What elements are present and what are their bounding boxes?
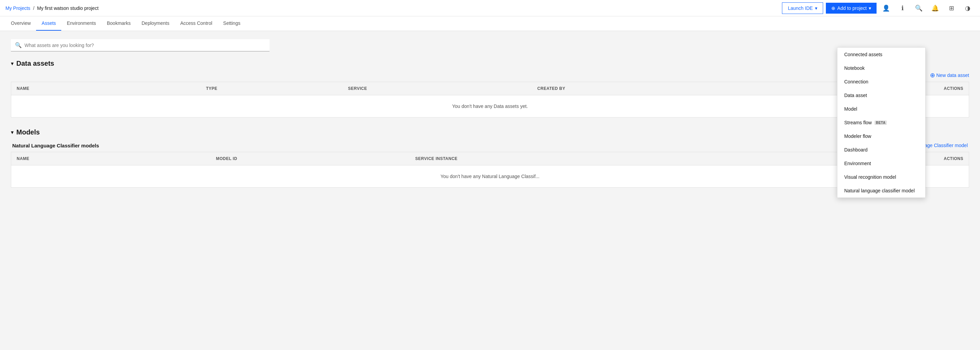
add-plus-icon: ⊕ (831, 5, 835, 11)
nlc-col-service-instance: SERVICE INSTANCE (415, 156, 714, 161)
col-service: SERVICE (348, 86, 537, 91)
tab-bookmarks[interactable]: Bookmarks (102, 16, 136, 30)
new-data-asset-link[interactable]: ⊕ New data asset (930, 72, 969, 79)
nlc-model-label: Natural language classifier model (844, 188, 915, 193)
breadcrumb-link[interactable]: My Projects (5, 5, 30, 11)
streams-flow-beta-badge: BETA (875, 120, 887, 125)
col-created-by: CREATED BY (537, 86, 727, 91)
nlc-empty-row: You don't have any Natural Language Clas… (11, 165, 969, 187)
add-to-project-button[interactable]: ⊕ Add to project ▾ (826, 3, 877, 14)
col-name: NAME (17, 86, 206, 91)
modeler-flow-label: Modeler flow (844, 133, 871, 139)
nlc-col-name: NAME (17, 156, 216, 161)
visual-recognition-label: Visual recognition model (844, 174, 896, 180)
dropdown-item-data-asset[interactable]: Data asset (837, 88, 925, 102)
tab-overview[interactable]: Overview (5, 16, 36, 30)
search-icon: 🔍 (15, 42, 22, 48)
search-help-icon[interactable]: 🔍 (912, 2, 926, 15)
user-avatar-icon[interactable]: 👤 (879, 2, 893, 15)
new-data-asset-label: New data asset (937, 72, 969, 78)
breadcrumb-separator: / (33, 5, 34, 11)
nlc-col-model-id: MODEL ID (216, 156, 415, 161)
search-container: 🔍 (11, 39, 269, 51)
environment-label: Environment (844, 161, 871, 166)
nlc-col-empty (714, 156, 814, 161)
new-data-asset-plus-icon: ⊕ (930, 72, 935, 79)
grid-icon[interactable]: ⊞ (945, 2, 958, 15)
models-chevron[interactable]: ▾ (11, 129, 14, 136)
dropdown-item-dashboard[interactable]: Dashboard (837, 143, 925, 157)
models-section: ▾ Models Natural Language Classifier mod… (11, 128, 969, 188)
tab-deployments[interactable]: Deployments (136, 16, 175, 30)
data-assets-table: NAME TYPE SERVICE CREATED BY ACTIONS You… (11, 82, 969, 117)
launch-ide-button[interactable]: Launch IDE ▾ (782, 2, 823, 14)
dropdown-item-notebook[interactable]: Notebook (837, 61, 925, 75)
dropdown-item-model[interactable]: Model (837, 102, 925, 116)
data-assets-header: ▾ Data assets (11, 59, 969, 67)
tab-environments[interactable]: Environments (61, 16, 102, 30)
main-content: 🔍 ▾ Data assets ⊕ New data asset NAME TY… (0, 31, 980, 348)
nlc-subsection-title: Natural Language Classifier models (12, 143, 99, 149)
data-assets-title: Data assets (16, 59, 54, 67)
tab-access-control[interactable]: Access Control (175, 16, 218, 30)
notification-icon[interactable]: 🔔 (928, 2, 942, 15)
connection-label: Connection (844, 79, 869, 85)
dropdown-item-connected-assets[interactable]: Connected assets (837, 48, 925, 61)
dropdown-item-connection[interactable]: Connection (837, 75, 925, 88)
col-type: TYPE (206, 86, 348, 91)
topbar: My Projects / My first watson studio pro… (0, 0, 980, 16)
profile-avatar-icon[interactable]: ◑ (961, 2, 975, 15)
add-to-project-dropdown: Connected assets Notebook Connection Dat… (837, 47, 926, 198)
nlc-subsection-header: Natural Language Classifier models ⊕ New… (11, 142, 969, 149)
info-icon[interactable]: ℹ (896, 2, 909, 15)
data-asset-label: Data asset (844, 93, 867, 98)
models-header: ▾ Models (11, 128, 969, 136)
dropdown-item-visual-recognition[interactable]: Visual recognition model (837, 170, 925, 184)
tab-settings[interactable]: Settings (218, 16, 246, 30)
add-chevron-icon: ▾ (869, 5, 871, 11)
breadcrumb: My Projects / My first watson studio pro… (5, 5, 782, 11)
dashboard-label: Dashboard (844, 147, 868, 152)
model-label: Model (844, 106, 857, 112)
data-assets-table-header: NAME TYPE SERVICE CREATED BY ACTIONS (11, 82, 969, 95)
connected-assets-label: Connected assets (844, 52, 882, 57)
dropdown-item-environment[interactable]: Environment (837, 157, 925, 170)
data-assets-section: ▾ Data assets ⊕ New data asset NAME TYPE… (11, 59, 969, 117)
tab-bar: Overview Assets Environments Bookmarks D… (0, 16, 980, 31)
notebook-label: Notebook (844, 66, 865, 71)
nlc-table-header: NAME MODEL ID SERVICE INSTANCE ACTIONS (11, 152, 969, 165)
streams-flow-label: Streams flow (844, 120, 872, 125)
search-input[interactable] (24, 43, 266, 48)
topbar-actions: Launch IDE ▾ ⊕ Add to project ▾ 👤 ℹ 🔍 🔔 … (782, 2, 975, 15)
add-to-project-label: Add to project (837, 5, 867, 11)
breadcrumb-current: My first watson studio project (37, 5, 99, 11)
models-title: Models (16, 128, 40, 136)
dropdown-item-streams-flow[interactable]: Streams flow BETA (837, 116, 925, 129)
dropdown-item-nlc-model[interactable]: Natural language classifier model (837, 184, 925, 198)
dropdown-item-modeler-flow[interactable]: Modeler flow (837, 129, 925, 143)
col-empty (727, 86, 821, 91)
data-assets-empty-row: You don't have any Data assets yet. (11, 95, 969, 117)
tab-assets[interactable]: Assets (36, 16, 61, 30)
nlc-models-table: NAME MODEL ID SERVICE INSTANCE ACTIONS Y… (11, 152, 969, 188)
data-assets-chevron[interactable]: ▾ (11, 60, 14, 67)
launch-ide-label: Launch IDE (788, 5, 813, 11)
launch-ide-chevron: ▾ (815, 5, 817, 11)
